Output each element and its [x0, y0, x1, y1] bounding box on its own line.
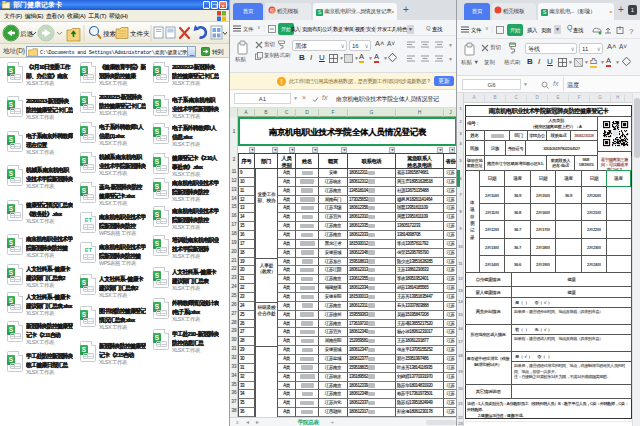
- svg-text:▼: ▼: [448, 42, 453, 48]
- svg-text:稻: 稻: [270, 7, 275, 14]
- svg-text:搜索: 搜索: [103, 30, 116, 38]
- svg-text:?: ?: [629, 27, 634, 35]
- svg-text:文件夹: 文件夹: [130, 30, 150, 37]
- svg-text:▼: ▼: [448, 56, 453, 62]
